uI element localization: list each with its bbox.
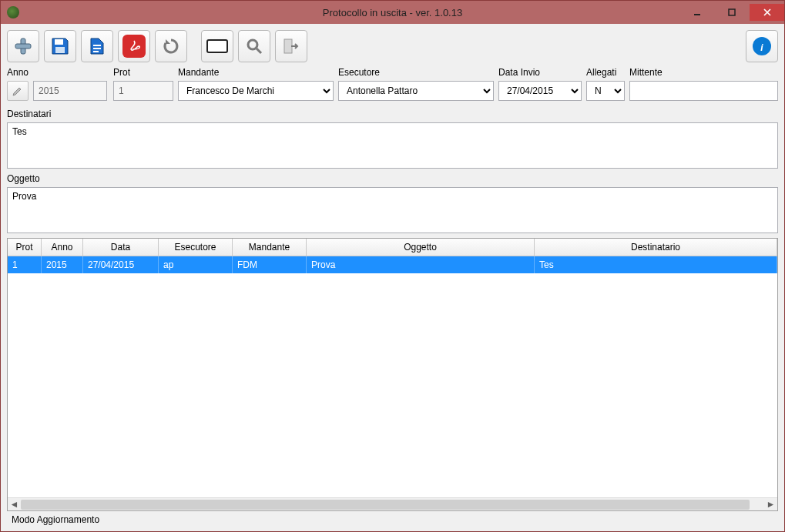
esecutore-label: Esecutore [338, 67, 494, 78]
save-button[interactable] [44, 30, 76, 62]
cell-mandante: FDM [233, 256, 307, 273]
pdf-button[interactable] [118, 30, 150, 62]
cell-destinatario: Tes [535, 256, 777, 273]
oggetto-label: Oggetto [7, 173, 778, 184]
cell-anno: 2015 [42, 256, 83, 273]
anno-label: Anno [7, 67, 109, 78]
table-row[interactable]: 1 2015 27/04/2015 ap FDM Prova Tes [8, 256, 777, 273]
col-prot[interactable]: Prot [8, 239, 42, 256]
app-icon [7, 6, 19, 18]
scroll-left-icon[interactable]: ◄ [8, 498, 21, 511]
cell-oggetto: Prova [307, 256, 535, 273]
info-button[interactable]: i [746, 30, 778, 62]
results-grid: Prot Anno Data Esecutore Mandante Oggett… [7, 238, 778, 511]
horizontal-scrollbar[interactable]: ◄ ► [8, 497, 777, 510]
col-mandante[interactable]: Mandante [233, 239, 307, 256]
maximize-button[interactable] [714, 4, 749, 21]
allegati-label: Allegati [586, 67, 625, 78]
close-button[interactable] [750, 4, 784, 21]
col-data[interactable]: Data [83, 239, 159, 256]
svg-point-10 [248, 40, 257, 49]
title-bar[interactable]: Protocollo in uscita - ver. 1.0.13 [1, 1, 784, 24]
view-button[interactable] [201, 30, 233, 62]
scroll-right-icon[interactable]: ► [764, 498, 777, 511]
prot-field[interactable] [113, 81, 173, 101]
mittente-label: Mittente [629, 67, 778, 78]
grid-header: Prot Anno Data Esecutore Mandante Oggett… [8, 239, 777, 256]
app-window: Protocollo in uscita - ver. 1.0.13 [0, 0, 785, 532]
add-button[interactable] [7, 30, 39, 62]
col-destinatario[interactable]: Destinatario [535, 239, 777, 256]
client-area: i Anno Prot Mandante F [1, 24, 784, 531]
cell-data: 27/04/2015 [83, 256, 159, 273]
allegati-select[interactable]: N [586, 81, 625, 101]
esecutore-select[interactable]: Antonella Pattaro [338, 81, 494, 101]
form-row-1: Anno Prot Mandante Francesco De Marchi [7, 67, 778, 101]
data-invio-label: Data Invio [498, 67, 582, 78]
prot-label: Prot [113, 67, 173, 78]
document-button[interactable] [81, 30, 113, 62]
col-esecutore[interactable]: Esecutore [159, 239, 233, 256]
oggetto-field[interactable] [7, 187, 778, 233]
cell-prot: 1 [8, 256, 42, 273]
search-button[interactable] [238, 30, 270, 62]
svg-rect-7 [93, 48, 101, 49]
svg-rect-9 [207, 40, 227, 52]
svg-rect-3 [15, 44, 31, 49]
export-button[interactable] [275, 30, 307, 62]
col-anno[interactable]: Anno [42, 239, 83, 256]
status-bar: Modo Aggiornamento [7, 511, 778, 531]
svg-rect-5 [55, 47, 65, 53]
grid-body[interactable]: 1 2015 27/04/2015 ap FDM Prova Tes [8, 256, 777, 497]
refresh-button[interactable] [155, 30, 187, 62]
svg-rect-6 [93, 45, 101, 46]
svg-rect-8 [93, 51, 99, 52]
mittente-field[interactable] [629, 81, 778, 101]
mandante-select[interactable]: Francesco De Marchi [178, 81, 334, 101]
anno-edit-button[interactable] [7, 81, 29, 101]
window-title: Protocollo in uscita - ver. 1.0.13 [1, 7, 784, 18]
svg-rect-4 [55, 39, 63, 45]
svg-rect-1 [729, 9, 735, 15]
destinatari-field[interactable] [7, 122, 778, 169]
data-invio-select[interactable]: 27/04/2015 [498, 81, 582, 101]
anno-field[interactable] [33, 81, 107, 101]
destinatari-label: Destinatari [7, 109, 778, 119]
minimize-button[interactable] [679, 4, 714, 21]
svg-rect-0 [694, 14, 700, 15]
col-oggetto[interactable]: Oggetto [307, 239, 535, 256]
toolbar: i [7, 28, 778, 67]
mandante-label: Mandante [178, 67, 334, 78]
cell-esecutore: ap [159, 256, 233, 273]
svg-rect-11 [284, 39, 292, 53]
